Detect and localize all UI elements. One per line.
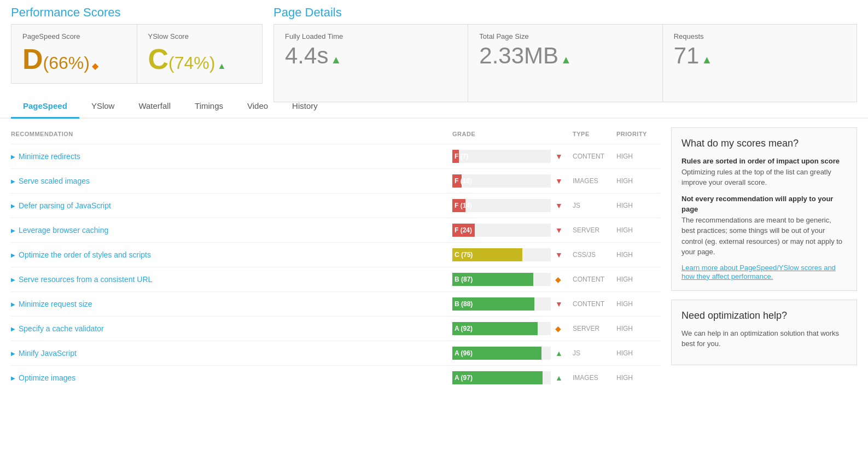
- expand-triangle: ▶: [11, 227, 15, 233]
- performance-scores-title: Performance Scores: [11, 5, 263, 20]
- expand-triangle: ▶: [11, 154, 15, 160]
- requests-arrow: ▲: [701, 54, 712, 66]
- pagespeed-score-label: PageSpeed Score: [22, 32, 126, 40]
- grade-trend-icon: ▲: [555, 349, 563, 358]
- rec-priority: HIGH: [616, 153, 660, 160]
- grade-bar-wrap: F (14): [452, 199, 551, 212]
- grade-bar-container: A (92) ◆: [452, 322, 573, 335]
- recommendations-list: ▶ Minimize redirects F (7) ▼ CONTENT HIG…: [11, 144, 660, 390]
- grade-bar: F (14): [452, 199, 465, 212]
- grade-bar-container: F (10) ▼: [452, 174, 573, 188]
- sidebar-panel: What do my scores mean? Rules are sorted…: [671, 127, 857, 390]
- col-grade: GRADE: [452, 131, 573, 137]
- requests-item: Requests 71 ▲: [663, 25, 857, 102]
- grade-bar: A (97): [452, 371, 543, 384]
- rec-priority: HIGH: [616, 202, 660, 209]
- loaded-time-arrow: ▲: [330, 54, 341, 66]
- rec-priority: HIGH: [616, 325, 660, 332]
- expand-triangle: ▶: [11, 252, 15, 258]
- rec-name[interactable]: ▶ Minify JavaScript: [11, 349, 452, 358]
- grade-trend-icon: ▲: [555, 373, 563, 382]
- tab-history[interactable]: History: [280, 95, 330, 119]
- tab-waterfall[interactable]: Waterfall: [126, 95, 183, 119]
- grade-label: A (92): [455, 325, 473, 332]
- grade-bar: F (24): [452, 224, 475, 237]
- grade-trend-icon: ◆: [555, 275, 561, 284]
- rec-name[interactable]: ▶ Optimize the order of styles and scrip…: [11, 250, 452, 259]
- expand-triangle: ▶: [11, 277, 15, 283]
- grade-bar-container: F (14) ▼: [452, 199, 573, 212]
- tab-video[interactable]: Video: [235, 95, 280, 119]
- grade-bar-container: F (24) ▼: [452, 224, 573, 237]
- grade-label: F (7): [455, 153, 468, 160]
- yslow-score-label: YSlow Score: [148, 32, 252, 40]
- expand-triangle: ▶: [11, 326, 15, 332]
- grade-trend-icon: ▼: [555, 226, 563, 235]
- requests-value: 71: [674, 43, 700, 69]
- rec-type: JS: [573, 202, 616, 209]
- scores-para1-bold: Rules are sorted in order of impact upon…: [681, 157, 840, 165]
- page-details-title: Page Details: [273, 5, 857, 20]
- loaded-time-label: Fully Loaded Time: [285, 32, 457, 40]
- scores-para2-text: The recommendations are meant to be gene…: [681, 216, 842, 256]
- performance-scores-section: Performance Scores PageSpeed Score D (66…: [11, 5, 263, 84]
- rec-priority: HIGH: [616, 251, 660, 259]
- scores-para2-bold: Not every recommendation will apply to y…: [681, 195, 833, 214]
- rec-name[interactable]: ▶ Defer parsing of JavaScript: [11, 201, 452, 210]
- scores-para1: Rules are sorted in order of impact upon…: [681, 156, 847, 188]
- yslow-score-item: YSlow Score C (74%) ▲: [137, 25, 263, 83]
- page-size-item: Total Page Size 2.33MB ▲: [468, 25, 662, 102]
- expand-triangle: ▶: [11, 375, 15, 381]
- yslow-percent: (74%): [168, 53, 215, 73]
- optimization-help-title: Need optimization help?: [681, 310, 847, 321]
- grade-bar-container: F (7) ▼: [452, 150, 573, 163]
- rec-type: CONTENT: [573, 153, 616, 160]
- rec-name[interactable]: ▶ Optimize images: [11, 373, 452, 382]
- grade-bar-wrap: F (7): [452, 150, 551, 163]
- grade-bar-wrap: A (96): [452, 347, 551, 360]
- tab-yslow[interactable]: YSlow: [79, 95, 127, 119]
- rec-name[interactable]: ▶ Specify a cache validator: [11, 324, 452, 333]
- rec-name[interactable]: ▶ Serve resources from a consistent URL: [11, 275, 452, 284]
- tab-timings[interactable]: Timings: [183, 95, 235, 119]
- expand-triangle: ▶: [11, 350, 15, 356]
- recommendations-panel: RECOMMENDATION GRADE TYPE PRIORITY ▶ Min…: [11, 127, 660, 390]
- rec-name[interactable]: ▶ Minimize redirects: [11, 152, 452, 161]
- rec-name[interactable]: ▶ Minimize request size: [11, 300, 452, 308]
- col-type: TYPE: [573, 131, 616, 137]
- grade-bar-wrap: C (75): [452, 248, 551, 261]
- grade-label: F (14): [455, 202, 472, 209]
- tab-pagespeed[interactable]: PageSpeed: [11, 95, 79, 119]
- grade-bar-wrap: A (97): [452, 371, 551, 384]
- table-row: ▶ Serve resources from a consistent URL …: [11, 267, 660, 291]
- grade-bar: B (88): [452, 297, 534, 311]
- rec-type: CSS/JS: [573, 251, 616, 259]
- rec-name[interactable]: ▶ Leverage browser caching: [11, 226, 452, 235]
- page-size-arrow: ▲: [561, 54, 572, 66]
- grade-bar: A (96): [452, 347, 541, 360]
- rec-name[interactable]: ▶ Serve scaled images: [11, 177, 452, 185]
- grade-label: A (97): [455, 374, 473, 382]
- grade-trend-icon: ▼: [555, 177, 563, 185]
- table-row: ▶ Minimize redirects F (7) ▼ CONTENT HIG…: [11, 144, 660, 168]
- table-header: RECOMMENDATION GRADE TYPE PRIORITY: [11, 127, 660, 141]
- rec-priority: HIGH: [616, 177, 660, 185]
- scores-para2: Not every recommendation will apply to y…: [681, 194, 847, 258]
- grade-bar: F (10): [452, 174, 462, 188]
- table-row: ▶ Optimize images A (97) ▲ IMAGES HIGH: [11, 365, 660, 390]
- table-row: ▶ Defer parsing of JavaScript F (14) ▼ J…: [11, 193, 660, 218]
- scores-learn-more-link[interactable]: Learn more about PageSpeed/YSlow scores …: [681, 264, 836, 280]
- rec-type: CONTENT: [573, 276, 616, 283]
- requests-label: Requests: [674, 32, 846, 40]
- grade-trend-icon: ▼: [555, 250, 563, 259]
- loaded-time-value: 4.4s: [285, 43, 328, 69]
- grade-trend-icon: ▼: [555, 300, 563, 308]
- grade-trend-icon: ◆: [555, 324, 561, 333]
- rec-priority: HIGH: [616, 349, 660, 357]
- grade-bar-wrap: F (24): [452, 224, 551, 237]
- pagespeed-icon: ◆: [92, 61, 98, 71]
- grade-label: F (24): [455, 226, 472, 234]
- rec-priority: HIGH: [616, 276, 660, 283]
- grade-bar-wrap: B (88): [452, 297, 551, 311]
- rec-priority: HIGH: [616, 226, 660, 234]
